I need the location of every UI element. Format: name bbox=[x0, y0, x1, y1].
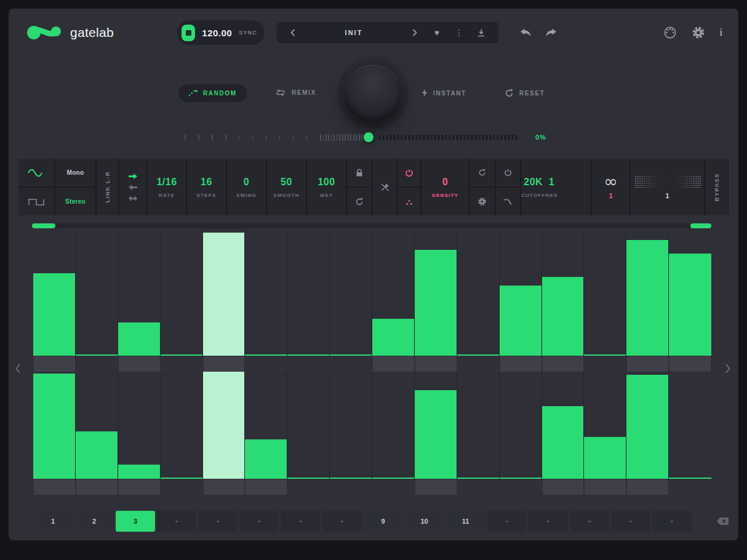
random-mode-button[interactable]: RANDOM bbox=[178, 84, 247, 102]
step-cell[interactable] bbox=[34, 479, 75, 495]
step-cell[interactable] bbox=[627, 479, 668, 495]
res-control[interactable]: 1 RES bbox=[546, 159, 558, 215]
seq-step-r2-4[interactable] bbox=[161, 372, 203, 495]
sequence-prev-button[interactable] bbox=[15, 363, 21, 374]
step-cell[interactable] bbox=[458, 479, 499, 495]
pattern-slot-5[interactable]: + bbox=[198, 511, 238, 532]
step-cell[interactable] bbox=[500, 479, 541, 495]
link-lr-toggle[interactable]: LINK L-R bbox=[97, 159, 118, 215]
filter-settings-button[interactable] bbox=[470, 188, 495, 215]
seq-step-r1-10[interactable] bbox=[415, 233, 457, 372]
pattern-slot-3[interactable]: 3 bbox=[116, 511, 155, 532]
seq-step-r1-6[interactable] bbox=[245, 233, 287, 372]
favorite-button[interactable]: ♥ bbox=[426, 22, 448, 43]
amount-slider-track[interactable] bbox=[378, 135, 517, 140]
filter-slope-button[interactable] bbox=[496, 188, 521, 215]
step-bar-area[interactable] bbox=[330, 233, 372, 356]
step-cell[interactable] bbox=[669, 479, 711, 495]
seq-step-r2-16[interactable] bbox=[669, 372, 711, 495]
seq-step-r2-12[interactable] bbox=[500, 372, 542, 495]
sine-wave-button[interactable] bbox=[18, 159, 54, 186]
step-cell[interactable] bbox=[34, 356, 75, 372]
step-cell[interactable] bbox=[415, 479, 457, 495]
step-cell[interactable] bbox=[119, 479, 160, 495]
step-cell[interactable] bbox=[415, 356, 457, 372]
step-bar-area[interactable] bbox=[372, 372, 415, 479]
pattern-slot-9[interactable]: 9 bbox=[364, 511, 403, 532]
mono-button[interactable]: Mono bbox=[55, 159, 95, 186]
step-bar-area[interactable] bbox=[245, 233, 287, 356]
step-cell[interactable] bbox=[204, 356, 245, 372]
cutoff-control[interactable]: 20K CUTOFF bbox=[521, 159, 546, 215]
seq-step-r2-13[interactable] bbox=[542, 372, 585, 495]
step-bar-area[interactable] bbox=[203, 233, 246, 356]
seq-step-r1-11[interactable] bbox=[457, 233, 500, 372]
filter-power-button[interactable] bbox=[496, 159, 521, 186]
seq-step-r1-16[interactable] bbox=[669, 233, 711, 372]
step-cell[interactable] bbox=[161, 479, 202, 495]
pattern-slot-4[interactable]: + bbox=[157, 511, 196, 532]
step-cell[interactable] bbox=[543, 356, 584, 372]
step-bar-area[interactable] bbox=[372, 233, 415, 356]
step-bar-area[interactable] bbox=[330, 372, 372, 479]
step-cell[interactable] bbox=[330, 356, 372, 372]
settings-button[interactable] bbox=[692, 26, 705, 39]
step-cell[interactable] bbox=[585, 479, 626, 495]
seq-step-r2-6[interactable] bbox=[245, 372, 287, 495]
seq-step-r2-10[interactable] bbox=[415, 372, 457, 495]
step-bar-area[interactable] bbox=[76, 372, 118, 479]
seq-step-r2-7[interactable] bbox=[287, 372, 330, 495]
stop-button[interactable] bbox=[182, 25, 195, 41]
step-bar-area[interactable] bbox=[542, 233, 585, 356]
seq-step-r2-8[interactable] bbox=[330, 372, 372, 495]
reset-button[interactable]: RESET bbox=[505, 89, 545, 98]
seq-step-r1-12[interactable] bbox=[500, 233, 542, 372]
preset-prev-button[interactable] bbox=[282, 22, 304, 43]
seq-step-r1-8[interactable] bbox=[330, 233, 372, 372]
step-bar-area[interactable] bbox=[161, 372, 203, 479]
step-cell[interactable] bbox=[330, 479, 372, 495]
step-bar-area[interactable] bbox=[457, 372, 500, 479]
density-control[interactable]: 0 DENSITY bbox=[421, 159, 469, 215]
step-cell[interactable] bbox=[373, 356, 414, 372]
generator-knob[interactable] bbox=[345, 65, 401, 121]
step-bar-area[interactable] bbox=[287, 233, 330, 356]
rate-control[interactable]: 1/16 RATE bbox=[148, 159, 186, 215]
seq-step-r1-13[interactable] bbox=[542, 233, 585, 372]
step-cell[interactable] bbox=[204, 479, 245, 495]
seq-step-r2-1[interactable] bbox=[33, 372, 76, 495]
step-bar-area[interactable] bbox=[626, 372, 669, 479]
step-cell[interactable] bbox=[500, 356, 541, 372]
step-bar-area[interactable] bbox=[203, 372, 246, 479]
density-random-button[interactable] bbox=[398, 188, 420, 215]
seq-step-r1-4[interactable] bbox=[161, 233, 203, 372]
step-bar-area[interactable] bbox=[287, 372, 330, 479]
pattern-slot-8[interactable]: + bbox=[322, 511, 361, 532]
step-bar-area[interactable] bbox=[76, 233, 118, 356]
pattern-slot-11[interactable]: 11 bbox=[446, 511, 485, 532]
step-bar-area[interactable] bbox=[415, 233, 457, 356]
lock-button[interactable] bbox=[347, 159, 372, 186]
amount-slider-handle[interactable] bbox=[364, 132, 374, 142]
preset-next-button[interactable] bbox=[404, 22, 426, 43]
step-bar-area[interactable] bbox=[118, 372, 161, 479]
noise-texture-a-icon[interactable] bbox=[634, 175, 665, 188]
pattern-slot-1[interactable]: 1 bbox=[33, 511, 73, 532]
seq-step-r2-14[interactable] bbox=[584, 372, 626, 495]
direction-pingpong-button[interactable] bbox=[128, 195, 138, 202]
step-bar-area[interactable] bbox=[500, 233, 542, 356]
pattern-slot-10[interactable]: 10 bbox=[405, 511, 444, 532]
pattern-slot-12[interactable]: + bbox=[487, 511, 527, 532]
stereo-button[interactable]: Stereo bbox=[55, 188, 95, 215]
pattern-slot-16[interactable]: + bbox=[652, 511, 692, 532]
step-cell[interactable] bbox=[288, 356, 329, 372]
seq-step-r2-11[interactable] bbox=[457, 372, 500, 495]
step-cell[interactable] bbox=[543, 479, 584, 495]
step-cell[interactable] bbox=[669, 356, 711, 372]
cycle-button[interactable] bbox=[347, 188, 372, 215]
sync-toggle[interactable]: SYNC bbox=[239, 30, 257, 36]
step-bar-area[interactable] bbox=[415, 372, 457, 479]
seq-step-r1-5[interactable] bbox=[203, 233, 246, 372]
instant-mode-button[interactable]: INSTANT bbox=[421, 89, 466, 97]
delete-pattern-button[interactable] bbox=[716, 517, 729, 526]
